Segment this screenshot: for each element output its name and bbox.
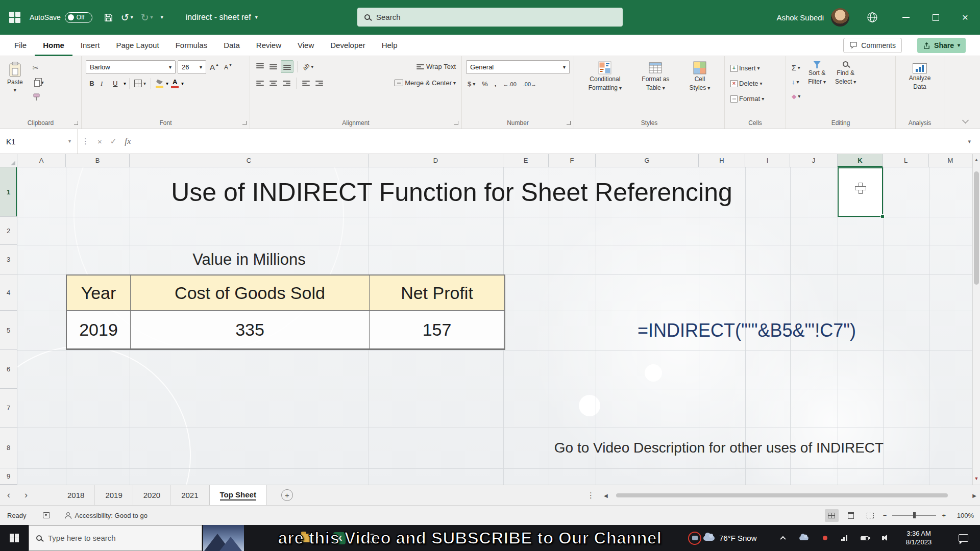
autosum-button[interactable]: Σ▾ bbox=[790, 61, 802, 74]
sort-filter-button[interactable]: Sort & Filter▾ bbox=[805, 60, 829, 116]
tab-insert[interactable]: Insert bbox=[72, 35, 108, 56]
cell-netprofit-header[interactable]: Net Profit bbox=[370, 276, 504, 311]
tab-page-layout[interactable]: Page Layout bbox=[108, 35, 167, 56]
row-header[interactable]: 9 bbox=[0, 468, 17, 485]
chevron-down-icon[interactable]: ▾ bbox=[181, 81, 184, 86]
scroll-down-button[interactable]: ▼ bbox=[973, 476, 980, 481]
number-dialog-launcher[interactable] bbox=[567, 121, 571, 125]
zoom-out-button[interactable]: − bbox=[883, 512, 887, 519]
clipboard-dialog-launcher[interactable] bbox=[74, 121, 78, 125]
chevron-down-icon[interactable]: ▾ bbox=[124, 81, 126, 86]
chevron-down-icon[interactable]: ▾ bbox=[166, 81, 168, 86]
font-name-combo[interactable]: Barlow▾ bbox=[86, 60, 176, 74]
network-signal-icon[interactable] bbox=[841, 535, 847, 541]
col-header-selected[interactable]: K bbox=[838, 154, 883, 167]
row-header[interactable]: 7 bbox=[0, 389, 17, 428]
scroll-right-button[interactable]: ▶ bbox=[972, 493, 976, 498]
tab-file[interactable]: File bbox=[6, 35, 35, 56]
decrease-decimal-button[interactable]: .00→ bbox=[522, 78, 538, 90]
zoom-level[interactable]: 100% bbox=[951, 512, 974, 519]
page-layout-view-button[interactable] bbox=[844, 509, 858, 522]
name-box[interactable]: K1 ▾ bbox=[0, 129, 78, 154]
delete-cells-button[interactable]: ×Delete▾ bbox=[729, 77, 781, 90]
cell-indirect-formula[interactable]: =INDIRECT("'"&B5&"'!C7") bbox=[596, 311, 898, 350]
align-middle-button[interactable] bbox=[267, 60, 279, 73]
align-left-button[interactable] bbox=[254, 77, 266, 89]
onedrive-icon[interactable] bbox=[799, 536, 808, 540]
format-cells-button[interactable]: Format▾ bbox=[729, 92, 781, 105]
row-header[interactable]: 2 bbox=[0, 217, 17, 245]
find-select-button[interactable]: Find & Select▾ bbox=[832, 60, 859, 116]
col-header[interactable]: D bbox=[369, 154, 503, 167]
accessibility-status[interactable]: Accessibility: Good to go bbox=[75, 512, 148, 519]
cell-sheet-title[interactable]: Use of INDIRECT Function for Sheet Refer… bbox=[66, 167, 838, 217]
italic-button[interactable]: I bbox=[99, 77, 110, 90]
cell-cogs-value[interactable]: 335 bbox=[131, 311, 370, 349]
avatar[interactable] bbox=[831, 8, 849, 27]
vertical-scrollbar[interactable]: ▲ ▼ bbox=[972, 154, 980, 485]
tab-formulas[interactable]: Formulas bbox=[167, 35, 216, 56]
font-color-button[interactable]: A bbox=[169, 79, 180, 88]
redo-button[interactable]: ↻▾ bbox=[141, 13, 153, 22]
web-options-button[interactable] bbox=[857, 0, 887, 35]
cell-subtitle[interactable]: Value in Millions bbox=[130, 245, 369, 274]
cell-year-header[interactable]: Year bbox=[67, 276, 131, 311]
col-header[interactable]: H bbox=[699, 154, 745, 167]
selected-cell-K1[interactable] bbox=[838, 167, 883, 217]
horizontal-scrollbar[interactable]: ◀ ▶ bbox=[604, 485, 976, 506]
col-header[interactable]: B bbox=[66, 154, 130, 167]
cell-netprofit-value[interactable]: 157 bbox=[370, 311, 504, 349]
increase-font-button[interactable]: A▲ bbox=[208, 61, 220, 73]
paste-button[interactable]: Paste ▾ bbox=[4, 60, 26, 116]
scroll-left-button[interactable]: ◀ bbox=[604, 493, 608, 498]
taskbar-search-input[interactable] bbox=[48, 534, 194, 542]
copy-button[interactable]: ▾ bbox=[31, 76, 45, 89]
insert-function-button[interactable]: fx bbox=[125, 136, 131, 146]
zoom-in-button[interactable]: + bbox=[942, 512, 946, 519]
comma-style-button[interactable]: , bbox=[493, 78, 498, 90]
row-header[interactable]: 8 bbox=[0, 428, 17, 468]
align-center-button[interactable] bbox=[267, 77, 279, 89]
close-button[interactable]: × bbox=[950, 0, 980, 35]
cell-note[interactable]: Go to Video Description for other uses o… bbox=[506, 428, 932, 468]
collapse-ribbon-button[interactable] bbox=[962, 117, 969, 123]
col-header[interactable]: M bbox=[929, 154, 972, 167]
customize-qat-button[interactable]: ▾ bbox=[161, 15, 163, 20]
taskbar-clock[interactable]: 3:36 AM 8/1/2023 bbox=[894, 525, 943, 551]
taskbar-search[interactable] bbox=[29, 525, 202, 551]
col-header[interactable]: E bbox=[503, 154, 549, 167]
next-sheet-button[interactable]: › bbox=[24, 490, 28, 500]
page-break-view-button[interactable] bbox=[864, 509, 877, 522]
conditional-formatting-button[interactable]: Conditional Formatting▾ bbox=[585, 60, 625, 116]
app-launcher-icon[interactable] bbox=[9, 12, 20, 23]
maximize-button[interactable] bbox=[921, 0, 950, 35]
cut-button[interactable]: ✂ bbox=[31, 61, 45, 74]
row-header[interactable]: 4 bbox=[0, 274, 17, 311]
sheet-tab-top-sheet[interactable]: Top Sheet bbox=[209, 485, 267, 505]
analyze-data-button[interactable]: Analyze Data bbox=[900, 60, 940, 91]
decrease-font-button[interactable]: A▼ bbox=[223, 61, 234, 73]
row-header[interactable]: 5 bbox=[0, 311, 17, 350]
cell-cogs-header[interactable]: Cost of Goods Sold bbox=[131, 276, 370, 311]
font-size-combo[interactable]: 26▾ bbox=[178, 60, 206, 74]
search-input[interactable] bbox=[376, 13, 616, 21]
tab-data[interactable]: Data bbox=[215, 35, 248, 56]
fill-color-button[interactable] bbox=[154, 80, 165, 88]
row-header[interactable]: 3 bbox=[0, 245, 17, 274]
wrap-text-button[interactable]: Wrap Text bbox=[414, 60, 457, 73]
share-button[interactable]: Share ▾ bbox=[917, 38, 966, 53]
start-button[interactable] bbox=[0, 525, 29, 551]
fill-handle[interactable] bbox=[880, 214, 885, 218]
taskbar-weather[interactable]: 76°F Snow bbox=[703, 525, 757, 551]
show-hidden-icons-button[interactable] bbox=[780, 536, 786, 541]
cell-year-value[interactable]: 2019 bbox=[67, 311, 131, 349]
col-header[interactable]: F bbox=[549, 154, 596, 167]
col-header[interactable]: L bbox=[883, 154, 929, 167]
font-dialog-launcher[interactable] bbox=[242, 121, 247, 125]
align-top-button[interactable] bbox=[254, 60, 266, 73]
horizontal-scroll-thumb[interactable] bbox=[616, 493, 948, 497]
underline-button[interactable]: U bbox=[111, 77, 122, 90]
cell-styles-button[interactable]: Cell Styles▾ bbox=[687, 60, 714, 116]
clear-button[interactable]: ◆▾ bbox=[790, 90, 802, 103]
document-title[interactable]: indirect - sheet ref ▾ bbox=[186, 13, 258, 22]
